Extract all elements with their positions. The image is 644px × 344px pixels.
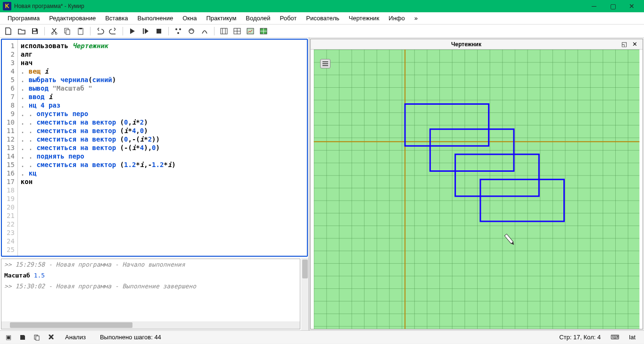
close-panel-icon[interactable]: ✕: [630, 40, 639, 49]
panel3-icon[interactable]: [245, 25, 256, 37]
keyboard-lang[interactable]: lat: [624, 334, 640, 341]
menu-run[interactable]: Выполнение: [132, 13, 178, 23]
svg-rect-25: [314, 50, 640, 329]
canvas-menu-icon[interactable]: [320, 59, 330, 68]
drawing-canvas[interactable]: [311, 50, 643, 329]
status-steps: Выполнено шагов: 44: [95, 334, 166, 341]
svg-rect-5: [66, 30, 70, 34]
copy-status-icon[interactable]: [32, 333, 41, 342]
vertical-scrollbar[interactable]: [301, 258, 309, 330]
panel2-icon[interactable]: [231, 25, 243, 37]
svg-point-12: [177, 32, 179, 34]
close-button[interactable]: ✕: [622, 0, 641, 12]
menubar: Программа Редактирование Вставка Выполне…: [0, 12, 644, 25]
save-file-icon[interactable]: [29, 25, 41, 37]
status-analysis[interactable]: Анализ: [60, 334, 91, 341]
redo-icon[interactable]: [107, 25, 119, 37]
log-line: >> 15:30:02 - Новая программа - Выполнен…: [4, 283, 297, 290]
menu-vodoley[interactable]: Водолей: [241, 13, 275, 23]
svg-rect-8: [143, 28, 144, 34]
menu-painter[interactable]: Рисователь: [301, 13, 344, 23]
menu-edit[interactable]: Редактирование: [44, 13, 100, 23]
new-file-icon[interactable]: [3, 25, 14, 37]
window-title: Новая программа* - Кумир: [14, 3, 585, 9]
save-status-icon[interactable]: [18, 333, 27, 342]
svg-rect-9: [157, 29, 161, 34]
menu-more[interactable]: »: [410, 13, 422, 23]
tool2-icon[interactable]: [186, 25, 197, 37]
svg-rect-34: [36, 336, 39, 340]
clear-status-icon[interactable]: 🗙: [46, 333, 56, 342]
menu-drawer[interactable]: Чертежник: [344, 13, 384, 23]
menu-robot[interactable]: Робот: [275, 13, 302, 23]
panel1-icon[interactable]: [218, 25, 230, 37]
minimize-button[interactable]: ─: [585, 0, 603, 12]
panel4-icon[interactable]: [258, 25, 269, 37]
stop-icon[interactable]: [153, 25, 165, 37]
menu-program[interactable]: Программа: [3, 13, 44, 23]
svg-rect-1: [33, 32, 37, 34]
output-line: Масштаб 1.5: [4, 272, 297, 279]
run-icon[interactable]: [127, 25, 138, 37]
console-output[interactable]: >> 15:29:58 - Новая программа - Начало в…: [1, 259, 300, 321]
keyboard-icon[interactable]: ⌨: [610, 333, 619, 342]
line-gutter: 1234567891011121314151617181920212223242…: [2, 40, 18, 256]
svg-point-11: [179, 28, 181, 30]
tool1-icon[interactable]: [173, 25, 184, 37]
toolbar: [0, 25, 644, 38]
canvas-panel: Чертежник ◱ ✕: [310, 39, 643, 329]
step-icon[interactable]: [140, 25, 151, 37]
code-editor[interactable]: 1234567891011121314151617181920212223242…: [1, 39, 308, 257]
tool3-icon[interactable]: [199, 25, 210, 37]
svg-rect-14: [221, 28, 227, 34]
app-icon: K: [3, 2, 11, 10]
svg-rect-7: [79, 28, 82, 29]
menu-practicum[interactable]: Практикум: [201, 13, 241, 23]
menu-insert[interactable]: Вставка: [100, 13, 132, 23]
titlebar: K Новая программа* - Кумир ─ ▢ ✕: [0, 0, 644, 12]
undo-icon[interactable]: [94, 25, 106, 37]
statusbar: ▣ 🗙 Анализ Выполнено шагов: 44 Стр: 17, …: [0, 330, 644, 344]
cursor-position: Стр: 17, Кол: 4: [554, 334, 605, 341]
menu-windows[interactable]: Окна: [178, 13, 201, 23]
svg-rect-20: [247, 28, 254, 34]
svg-point-10: [175, 28, 177, 30]
terminal-icon[interactable]: ▣: [4, 333, 13, 342]
horizontal-scrollbar[interactable]: [1, 321, 300, 329]
canvas-title: Чертежник: [314, 41, 618, 48]
log-line: >> 15:29:58 - Новая программа - Начало в…: [4, 261, 297, 268]
svg-rect-0: [33, 29, 36, 31]
copy-icon[interactable]: [62, 25, 73, 37]
open-file-icon[interactable]: [16, 25, 27, 37]
paste-icon[interactable]: [75, 25, 86, 37]
code-area[interactable]: использовать Чертежникалгнач. вещ i. выб…: [18, 40, 307, 256]
maximize-panel-icon[interactable]: ◱: [620, 40, 628, 49]
cut-icon[interactable]: [49, 25, 60, 37]
console-panel: >> 15:29:58 - Новая программа - Начало в…: [1, 259, 300, 329]
menu-info[interactable]: Инфо: [384, 13, 409, 23]
maximize-button[interactable]: ▢: [603, 0, 622, 12]
